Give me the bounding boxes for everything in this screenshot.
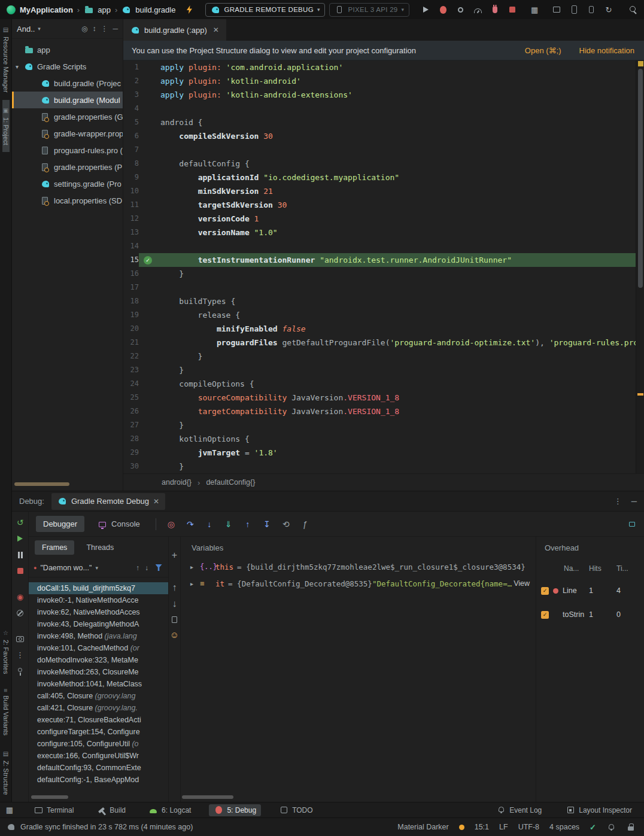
- more-options-icon[interactable]: ⋮: [101, 25, 108, 33]
- restore-layout-icon[interactable]: [627, 519, 637, 529]
- run-icon[interactable]: [421, 5, 430, 14]
- stack-frame[interactable]: invoke:101, CachedMethod (or: [29, 642, 168, 654]
- tree-item[interactable]: gradle.properties (P: [12, 159, 123, 175]
- code-line[interactable]: 25 sourceCompatibility JavaVersion.VERSI…: [123, 391, 636, 405]
- close-tab-icon[interactable]: ✕: [213, 26, 219, 34]
- step-over-icon[interactable]: ↷: [184, 519, 197, 529]
- hide-notification-link[interactable]: Hide notification: [579, 46, 635, 55]
- horizontal-scrollbar[interactable]: [14, 482, 69, 486]
- code-line[interactable]: 7: [123, 143, 636, 157]
- step-into-icon[interactable]: ↓: [203, 519, 216, 529]
- breadcrumb-project[interactable]: MyApplication: [20, 5, 73, 14]
- coverage-icon[interactable]: [455, 5, 465, 14]
- stack-frame[interactable]: call:405, Closure (groovy.lang: [29, 690, 168, 702]
- inspections-status-icon[interactable]: ✓: [590, 823, 596, 832]
- stack-frame[interactable]: invoke:43, DelegatingMethodA: [29, 618, 168, 630]
- code-line[interactable]: 23 }: [123, 363, 636, 377]
- code-line[interactable]: 8 defaultConfig {: [123, 157, 636, 171]
- breadcrumb-defaultconfig[interactable]: defaultConfig{}: [206, 478, 255, 487]
- stack-frame[interactable]: configure:105, ConfigureUtil (o: [29, 738, 168, 750]
- stack-frame[interactable]: defaultConfig:93, CommonExte: [29, 762, 168, 774]
- locate-file-icon[interactable]: ◎: [81, 25, 87, 33]
- attach-profiler-icon[interactable]: [490, 5, 500, 14]
- tool-windows-grid-icon[interactable]: ▦: [530, 5, 539, 14]
- hide-panel-icon[interactable]: ─: [631, 497, 637, 506]
- view-link[interactable]: View: [514, 579, 536, 588]
- stop-debug-icon[interactable]: [16, 566, 25, 576]
- breadcrumb-file[interactable]: build.gradle: [135, 5, 175, 14]
- code-line[interactable]: 13 versionName "1.0": [123, 226, 636, 239]
- tab-frames[interactable]: Frames: [35, 540, 74, 555]
- stack-frame[interactable]: configureTarget:154, Configure: [29, 726, 168, 738]
- more-icon[interactable]: ⋮: [16, 650, 24, 659]
- stack-frame[interactable]: invoke:62, NativeMethodAcces: [29, 606, 168, 618]
- code-line[interactable]: 11 targetSdkVersion 30: [123, 198, 636, 212]
- open-project-structure-link[interactable]: Open (⌘;): [525, 46, 561, 55]
- rail-item-2-favorites[interactable]: ☆2: Favorites: [2, 622, 10, 681]
- expand-collapse-icon[interactable]: ↕: [92, 25, 96, 33]
- move-down-icon[interactable]: ↓: [172, 598, 177, 609]
- checkbox[interactable]: ✓: [541, 611, 549, 619]
- next-frame-icon[interactable]: ↓: [145, 564, 148, 572]
- overhead-row[interactable]: ✓Line14: [536, 579, 644, 603]
- code-line[interactable]: 5android {: [123, 115, 636, 129]
- editor-tab[interactable]: build.gradle (:app) ✕: [123, 19, 226, 41]
- code-line[interactable]: 14: [123, 239, 636, 253]
- tab-threads[interactable]: Threads: [79, 540, 121, 555]
- code-line[interactable]: 29 jvmTarget = '1.8': [123, 446, 636, 460]
- tree-item[interactable]: local.properties (SD: [12, 192, 123, 209]
- pause-icon[interactable]: [16, 550, 25, 560]
- search-icon[interactable]: [628, 5, 638, 14]
- lock-icon[interactable]: [626, 822, 636, 832]
- tree-item[interactable]: gradle-wrapper.prop: [12, 125, 123, 142]
- code-line[interactable]: 6 compileSdkVersion 30: [123, 129, 636, 143]
- tree-item[interactable]: settings.gradle (Pro: [12, 175, 123, 192]
- tab-debugger[interactable]: Debugger: [36, 516, 84, 532]
- stack-frame[interactable]: invoke0:-1, NativeMethodAcce: [29, 594, 168, 606]
- rail-item-resource-manager[interactable]: ▤Resource Manager: [2, 19, 10, 100]
- caret-position-widget[interactable]: 15:1: [475, 823, 489, 831]
- tab-console[interactable]: Console: [90, 516, 147, 533]
- more-options-icon[interactable]: ⋮: [614, 497, 622, 506]
- run-to-cursor-icon[interactable]: ↧: [260, 519, 274, 529]
- tree-item[interactable]: gradle.properties (G: [12, 108, 123, 125]
- hide-panel-icon[interactable]: ─: [113, 25, 118, 33]
- stack-frame[interactable]: invokeMethod:1041, MetaClass: [29, 678, 168, 690]
- show-execution-point-icon[interactable]: ◎: [165, 519, 178, 529]
- thread-selector[interactable]: "Daemon wo...": [40, 564, 92, 572]
- code-line[interactable]: 2apply plugin: 'kotlin-android': [123, 74, 636, 88]
- device-manager-icon[interactable]: [569, 5, 579, 14]
- tree-item[interactable]: build.gradle (Projec: [12, 75, 123, 92]
- code-line[interactable]: 24 compileOptions {: [123, 377, 636, 391]
- lightning-icon[interactable]: [184, 5, 194, 14]
- stack-frame[interactable]: invoke:498, Method (java.lang: [29, 630, 168, 642]
- tree-item[interactable]: ▾Gradle Scripts: [12, 58, 123, 75]
- code-line[interactable]: 27 }: [123, 418, 636, 432]
- code-line[interactable]: 4: [123, 102, 636, 115]
- encoding-widget[interactable]: UTF-8: [518, 823, 539, 831]
- theme-widget[interactable]: Material Darker: [397, 823, 448, 831]
- sdk-manager-icon[interactable]: [552, 5, 561, 14]
- stop-icon[interactable]: [508, 5, 517, 14]
- vertical-scrollbar[interactable]: [638, 69, 643, 288]
- force-step-into-icon[interactable]: ⇓: [222, 519, 235, 529]
- avd-manager-icon[interactable]: [587, 5, 596, 14]
- resume-icon[interactable]: [16, 534, 25, 543]
- tool-window-switcher-icon[interactable]: ▦: [5, 805, 14, 815]
- breadcrumb-android[interactable]: android{}: [162, 478, 192, 487]
- horizontal-scrollbar[interactable]: [182, 795, 233, 799]
- code-line[interactable]: 15✓ testInstrumentationRunner "androidx.…: [123, 253, 636, 267]
- code-line[interactable]: 10 minSdkVersion 21: [123, 184, 636, 198]
- code-line[interactable]: 20 minifyEnabled false: [123, 322, 636, 336]
- column-time[interactable]: Ti...: [616, 564, 639, 573]
- tree-item[interactable]: proguard-rules.pro (: [12, 142, 123, 159]
- rerun-icon[interactable]: ↺: [17, 518, 24, 527]
- previous-frame-icon[interactable]: ↑: [136, 564, 139, 572]
- horizontal-scrollbar[interactable]: [31, 795, 68, 799]
- code-line[interactable]: 19 release {: [123, 308, 636, 322]
- stack-frame[interactable]: execute:166, ConfigureUtil$Wr: [29, 750, 168, 762]
- mute-breakpoints-icon[interactable]: [16, 608, 25, 618]
- code-line[interactable]: 17: [123, 281, 636, 294]
- code-line[interactable]: 9 applicationId "io.codedigest.myapplica…: [123, 171, 636, 184]
- code-line[interactable]: 3apply plugin: 'kotlin-android-extension…: [123, 88, 636, 102]
